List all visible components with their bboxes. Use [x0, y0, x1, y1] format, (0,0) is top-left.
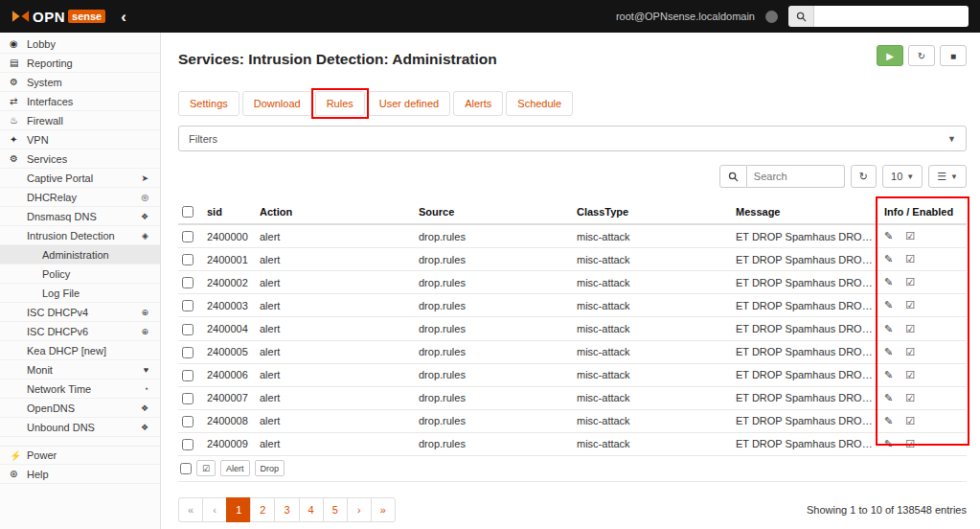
sidebar-item-administration[interactable]: Administration: [0, 245, 160, 264]
sidebar-item-vpn[interactable]: ✦VPN: [0, 130, 160, 150]
edit-rule-pencil-icon[interactable]: ✎: [884, 230, 893, 242]
sidebar-item-help[interactable]: ⊛Help: [0, 465, 160, 484]
edit-rule-pencil-icon[interactable]: ✎: [884, 438, 893, 449]
sidebar-item-opendns[interactable]: OpenDNS❖: [0, 399, 160, 418]
rule-enabled-checkbox-icon[interactable]: ☑: [905, 299, 915, 310]
row-select-checkbox[interactable]: [182, 231, 194, 242]
sidebar-item-dhcrelay[interactable]: DHCRelay◎: [0, 188, 160, 207]
column-selector-button[interactable]: ☰ ▼: [928, 165, 967, 188]
toggle-selected-button[interactable]: ☑: [196, 460, 216, 476]
edit-rule-pencil-icon[interactable]: ✎: [884, 346, 893, 357]
rule-enabled-checkbox-icon[interactable]: ☑: [905, 392, 915, 403]
row-select-checkbox[interactable]: [182, 277, 194, 288]
tab-download[interactable]: Download: [242, 91, 312, 116]
stop-service-button[interactable]: ■: [940, 45, 967, 66]
brand[interactable]: OPN sense: [11, 9, 105, 25]
sidebar-item-interfaces[interactable]: ⇄Interfaces: [0, 92, 160, 111]
edit-rule-pencil-icon[interactable]: ✎: [884, 392, 893, 403]
edit-rule-pencil-icon[interactable]: ✎: [884, 415, 893, 426]
sidebar-item-isc-dhcpv4[interactable]: ISC DHCPv4⊕: [0, 303, 160, 322]
sidebar-item-intrusion-detection[interactable]: Intrusion Detection◈: [0, 226, 160, 245]
edit-rule-pencil-icon[interactable]: ✎: [884, 299, 893, 310]
filters-dropdown[interactable]: Filters ▼: [178, 126, 967, 151]
sidebar-item-services[interactable]: ⚙Services: [0, 150, 160, 169]
sidebar-item-monit[interactable]: Monit♥: [0, 360, 160, 380]
tab-rules[interactable]: Rules: [315, 91, 365, 116]
pagination-page-5[interactable]: 5: [323, 497, 348, 522]
pagination-prev[interactable]: ‹: [202, 497, 227, 522]
sidebar-item-unbound-dns[interactable]: Unbound DNS❖: [0, 418, 160, 437]
edit-rule-pencil-icon[interactable]: ✎: [884, 369, 893, 380]
sidebar-item-reporting[interactable]: ▤Reporting: [0, 54, 160, 73]
pagination: «‹12345›»: [178, 497, 396, 522]
select-all-checkbox[interactable]: [182, 206, 194, 218]
pagination-page-3[interactable]: 3: [274, 497, 299, 522]
column-header-source[interactable]: Source: [415, 199, 573, 224]
sidebar-item-label: Dnsmasq DNS: [27, 211, 137, 222]
rule-enabled-checkbox-icon[interactable]: ☑: [905, 230, 915, 242]
rule-enabled-checkbox-icon[interactable]: ☑: [905, 369, 915, 380]
table-search-input[interactable]: [747, 165, 845, 188]
pagination-first[interactable]: «: [178, 497, 203, 522]
rule-enabled-checkbox-icon[interactable]: ☑: [905, 276, 915, 288]
rule-enabled-checkbox-icon[interactable]: ☑: [905, 438, 915, 449]
tab-alerts[interactable]: Alerts: [453, 91, 503, 116]
refresh-icon: ↻: [918, 51, 925, 61]
tab-user-defined[interactable]: User defined: [368, 91, 450, 116]
sidebar-item-captive-portal[interactable]: Captive Portal➤: [0, 169, 160, 188]
tab-settings[interactable]: Settings: [178, 91, 239, 116]
alert-selected-button[interactable]: Alert: [220, 460, 250, 476]
row-select-checkbox[interactable]: [182, 324, 194, 335]
pagination-page-2[interactable]: 2: [250, 497, 275, 522]
rule-enabled-checkbox-icon[interactable]: ☑: [905, 323, 915, 334]
row-select-checkbox[interactable]: [182, 347, 194, 358]
sidebar-item-network-time[interactable]: Network Time◔: [0, 380, 160, 399]
start-service-button[interactable]: ▶: [877, 45, 903, 66]
pagination-page-1[interactable]: 1: [226, 497, 251, 522]
sidebar-item-log-file[interactable]: Log File: [0, 284, 160, 303]
tab-schedule[interactable]: Schedule: [506, 91, 573, 116]
rule-enabled-checkbox-icon[interactable]: ☑: [905, 346, 915, 357]
global-search-input[interactable]: [814, 6, 969, 27]
sidebar-item-isc-dhcpv6[interactable]: ISC DHCPv6⊕: [0, 322, 160, 341]
sidebar-item-dnsmasq-dns[interactable]: Dnsmasq DNS❖: [0, 207, 160, 226]
row-select-checkbox[interactable]: [182, 254, 194, 265]
row-select-checkbox[interactable]: [182, 393, 194, 404]
cell-action: alert: [256, 224, 415, 248]
sidebar-item-policy[interactable]: Policy: [0, 264, 160, 284]
row-select-checkbox[interactable]: [182, 439, 194, 450]
table-header-row: sid Action Source ClassType Message Info…: [178, 199, 967, 224]
sidebar-item-system[interactable]: ⚙System: [0, 73, 160, 92]
row-select-checkbox[interactable]: [182, 416, 194, 427]
rule-enabled-checkbox-icon[interactable]: ☑: [905, 253, 915, 264]
column-header-classtype[interactable]: ClassType: [573, 199, 732, 224]
restart-service-button[interactable]: ↻: [908, 45, 935, 66]
column-header-action[interactable]: Action: [256, 199, 415, 224]
cell-message: ET DROP Spamhaus DROP Listed Traffi...: [732, 432, 880, 455]
sidebar-collapse-icon[interactable]: ‹: [121, 9, 126, 25]
rule-enabled-checkbox-icon[interactable]: ☑: [905, 415, 915, 426]
tachometer-icon: ◉: [10, 38, 27, 49]
pagination-next[interactable]: ›: [347, 497, 372, 522]
tag-icon: ❖: [141, 403, 148, 413]
column-header-sid[interactable]: sid: [203, 199, 256, 224]
sidebar-item-kea-dhcp-new[interactable]: Kea DHCP [new]: [0, 341, 160, 360]
pagination-last[interactable]: »: [371, 497, 396, 522]
cell-classtype: misc-attack: [573, 340, 732, 363]
bulk-select-checkbox[interactable]: [180, 463, 192, 474]
pagination-page-4[interactable]: 4: [299, 497, 324, 522]
row-select-checkbox[interactable]: [182, 370, 194, 381]
edit-rule-pencil-icon[interactable]: ✎: [884, 253, 893, 264]
search-button[interactable]: [719, 165, 747, 188]
sidebar-item-power[interactable]: ⚡Power: [0, 446, 160, 465]
drop-selected-button[interactable]: Drop: [255, 460, 285, 476]
edit-rule-pencil-icon[interactable]: ✎: [884, 323, 893, 334]
row-select-checkbox[interactable]: [182, 300, 194, 311]
sidebar-item-lobby[interactable]: ◉Lobby: [0, 34, 160, 54]
reload-table-button[interactable]: ↻: [851, 165, 877, 188]
sidebar-item-firewall[interactable]: ♨Firewall: [0, 111, 160, 130]
edit-rule-pencil-icon[interactable]: ✎: [884, 276, 893, 288]
cell-message: ET DROP Spamhaus DROP Listed Traffi...: [732, 248, 880, 271]
column-header-message[interactable]: Message: [732, 199, 880, 224]
page-size-dropdown[interactable]: 10 ▼: [882, 165, 923, 188]
